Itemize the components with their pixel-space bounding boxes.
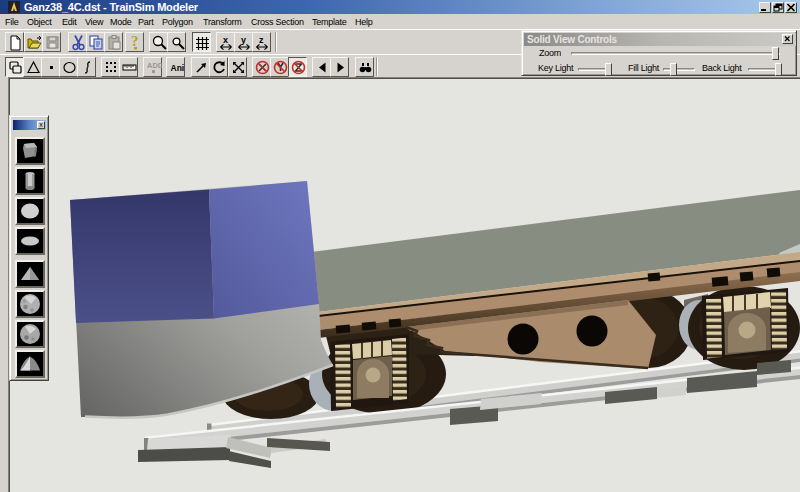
svg-text:?: ? [131, 34, 139, 49]
svg-text:ADD: ADD [147, 61, 162, 70]
svg-text:z: z [259, 35, 264, 45]
svg-text:y: y [241, 35, 246, 45]
svg-text:Ani: Ani [171, 63, 185, 73]
svg-text:x: x [223, 35, 228, 45]
